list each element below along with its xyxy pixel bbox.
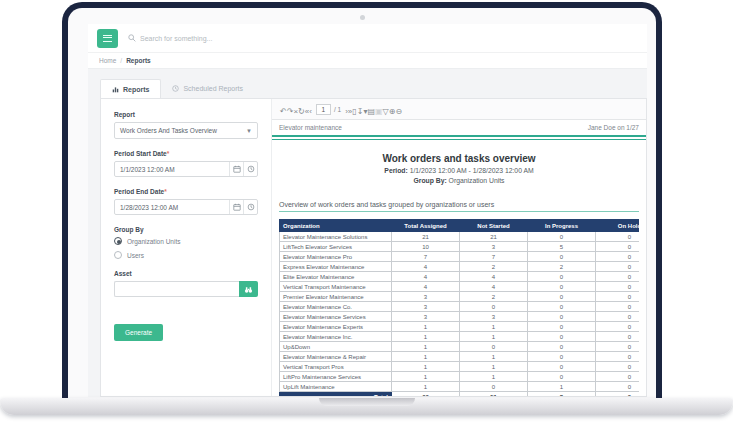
topbar: Search for something...: [88, 24, 647, 52]
table-cell: 1: [392, 352, 460, 362]
hamburger-icon: [103, 35, 112, 42]
table-cell: Elevator Maintenance Co.: [280, 302, 392, 312]
reports-card: Report Work Orders And Tasks Overview ▼ …: [100, 98, 647, 397]
table-cell: Vertical Transport Maintenance: [280, 282, 392, 292]
table-cell: 0: [528, 252, 596, 262]
table-cell: 0: [528, 282, 596, 292]
table-cell: 3: [392, 302, 460, 312]
column-header: Total Assigned: [392, 220, 460, 232]
table-cell: Elevator Maintenance Services: [280, 312, 392, 322]
report-select[interactable]: Work Orders And Tasks Overview ▼: [114, 122, 258, 139]
table-row: LiftPro Maintenance Services11000: [280, 372, 640, 382]
table-cell: 1: [392, 342, 460, 352]
table-row: Express Elevator Maintenance42200: [280, 262, 640, 272]
webcam-dot: [360, 15, 365, 20]
table-cell: 0: [528, 312, 596, 322]
table-cell: 1: [460, 352, 528, 362]
calendar-icon[interactable]: [229, 200, 243, 214]
table-cell: 0: [596, 322, 640, 332]
tab-reports[interactable]: Reports: [100, 79, 161, 98]
zoom-out-icon[interactable]: ⊖: [395, 107, 402, 116]
table-cell: 0: [596, 342, 640, 352]
report-table-wrapper: OrganizationTotal AssignedNot StartedIn …: [279, 219, 639, 396]
page-number-input[interactable]: [316, 104, 331, 115]
generate-button[interactable]: Generate: [114, 324, 163, 341]
global-search-input[interactable]: Search for something...: [128, 34, 212, 42]
table-row: Elevator Maintenance Pro77000: [280, 252, 640, 262]
breadcrumb-current: Reports: [126, 57, 151, 64]
section-overview-label: Overview of work orders and tasks groupe…: [279, 201, 639, 212]
column-header: In Progress: [528, 220, 596, 232]
clock-icon[interactable]: [243, 200, 257, 214]
table-cell: 0: [528, 272, 596, 282]
table-cell: 4: [392, 282, 460, 292]
radio-unselected-icon[interactable]: [114, 251, 122, 259]
prev-page-icon[interactable]: ‹: [309, 107, 312, 116]
period-end-label: Period End Date*: [114, 188, 258, 195]
table-cell: 0: [596, 372, 640, 382]
table-cell: 1: [460, 322, 528, 332]
search-icon: [128, 34, 136, 42]
document-author-date: Jane Doe on 1/27: [588, 124, 639, 131]
table-cell: 0: [528, 302, 596, 312]
period-start-value: 1/1/2023 12:00 AM: [115, 166, 229, 173]
table-cell: Express Elevator Maintenance: [280, 262, 392, 272]
table-cell: 21: [460, 232, 528, 242]
period-end-group: Period End Date* 1/28/2023 12:00 AM: [114, 188, 258, 215]
breadcrumb-home[interactable]: Home: [99, 57, 116, 64]
table-cell: Elevator Maintenance Pro: [280, 252, 392, 262]
total-value: 8: [528, 392, 596, 397]
table-row: Elevator Maintenance Co.30003: [280, 302, 640, 312]
report-period: Period: 1/1/2023 12:00 AM - 1/28/2023 12…: [279, 167, 639, 174]
clock-icon[interactable]: [243, 162, 257, 176]
table-cell: 3: [392, 312, 460, 322]
group-by-option-label: Organization Units: [127, 238, 180, 245]
table-cell: 0: [528, 292, 596, 302]
table-total-row: Total6651807: [280, 392, 640, 397]
period-start-group: Period Start Date* 1/1/2023 12:00 AM: [114, 150, 258, 177]
group-by-option[interactable]: Users: [114, 251, 258, 259]
table-cell: 0: [596, 312, 640, 322]
table-row: Elite Elevator Maintenance44000: [280, 272, 640, 282]
group-by-option[interactable]: Organization Units: [114, 237, 258, 245]
document-name: Elevator maintenance: [279, 124, 342, 131]
save-icon: ▣: [375, 107, 383, 116]
clock-icon: [172, 85, 179, 92]
total-value: 66: [392, 392, 460, 397]
bar-chart-icon: [112, 86, 119, 93]
period-end-input[interactable]: 1/28/2023 12:00 AM: [114, 199, 258, 215]
table-cell: 0: [528, 332, 596, 342]
tab-label: Reports: [123, 86, 149, 93]
asset-search-button[interactable]: [239, 281, 258, 297]
table-cell: 0: [528, 362, 596, 372]
tab-scheduled-reports[interactable]: Scheduled Reports: [161, 79, 254, 98]
back-icon[interactable]: ↶: [280, 107, 287, 116]
table-cell: 1: [392, 382, 460, 392]
print-icon[interactable]: ▤: [367, 107, 375, 116]
viewer-toolbar: ↶↷×↻«‹ / 1 ›»▯↧▾▤▣▽⊕⊖: [272, 99, 646, 120]
table-cell: 1: [460, 332, 528, 342]
total-label: Total: [280, 392, 392, 397]
asset-input[interactable]: [114, 281, 239, 297]
refresh-icon[interactable]: ↻: [298, 107, 305, 116]
calendar-icon[interactable]: [229, 162, 243, 176]
table-cell: 0: [460, 382, 528, 392]
group-by-option-label: Users: [127, 252, 144, 259]
table-cell: 0: [528, 322, 596, 332]
page-content: Reports Scheduled Reports Report Work Or…: [88, 69, 647, 397]
laptop-base: [0, 398, 733, 415]
export-icon[interactable]: ↧▾: [357, 107, 368, 116]
laptop-mockup: Search for something... Home / Reports R…: [0, 0, 733, 438]
table-cell: 1: [392, 332, 460, 342]
report-form-panel: Report Work Orders And Tasks Overview ▼ …: [101, 99, 272, 396]
page-navigation: / 1: [316, 104, 341, 115]
table-cell: 7: [392, 252, 460, 262]
column-header: Organization: [280, 220, 392, 232]
radio-selected-icon[interactable]: [114, 237, 122, 245]
period-start-input[interactable]: 1/1/2023 12:00 AM: [114, 161, 258, 177]
report-label: Report: [114, 111, 258, 118]
table-cell: UpLift Maintenance: [280, 382, 392, 392]
hamburger-menu-button[interactable]: [97, 29, 118, 48]
table-cell: 0: [528, 342, 596, 352]
table-cell: 0: [460, 302, 528, 312]
